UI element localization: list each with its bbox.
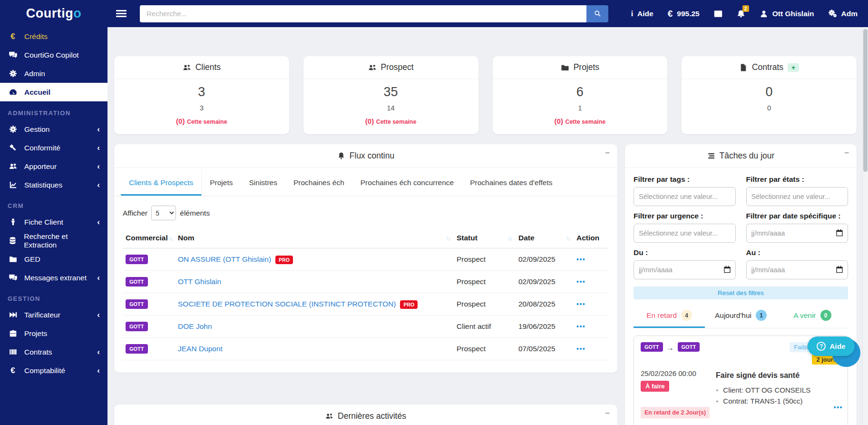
tab-projets[interactable]: Projets <box>202 170 241 196</box>
row-actions-button[interactable]: ••• <box>576 256 585 263</box>
task-datetime: 25/02/2026 00:00 <box>641 369 716 377</box>
tab-en-retard[interactable]: En retard 4 <box>634 303 705 328</box>
column-header-commercial[interactable]: Commercial↑↓ <box>126 234 178 242</box>
global-search <box>140 5 608 22</box>
search-input[interactable] <box>140 5 586 22</box>
sort-icon[interactable]: ↑↓ <box>168 235 172 242</box>
credits-value: 995.25 <box>677 10 699 18</box>
calendar-icon[interactable] <box>723 266 731 273</box>
filter-etats: Filtrer par états : <box>746 175 848 206</box>
stat-card-prospect: Prospect 35 14 (0) Cette semaine <box>303 56 478 134</box>
sort-icon[interactable]: ↑↓ <box>446 235 450 242</box>
filter-label: Filtrer par urgence : <box>634 212 736 220</box>
date-au-input[interactable] <box>746 260 848 279</box>
stat-value: 3 <box>114 85 289 99</box>
task-details: Faire signé devis santé ◦Client: OTT OG … <box>716 369 841 418</box>
dernieres-activites-panel: Dernières activités – <box>114 405 617 425</box>
app-logo[interactable]: Courtigo <box>0 0 107 27</box>
tab-aujourdhui[interactable]: Aujourd'hui 1 <box>705 303 776 328</box>
row-actions-button[interactable]: ••• <box>576 278 585 286</box>
page-size-select[interactable]: 5 <box>151 206 176 220</box>
client-name-link[interactable]: DOE John <box>178 322 212 330</box>
sidebar-item-gestion[interactable]: Gestion ‹ <box>0 120 107 138</box>
flux-table: Commercial↑↓ Nom↑↓ Statut↑↓ Date↑↓ Actio… <box>123 228 609 373</box>
client-name-link[interactable]: JEAN Dupont <box>178 345 223 353</box>
help-floating-button[interactable]: ? Aide <box>808 336 855 356</box>
sidebar-item-admin[interactable]: Admin <box>0 64 107 83</box>
etats-filter-select[interactable] <box>746 187 848 206</box>
sidebar-item-accueil[interactable]: Accueil <box>0 83 107 101</box>
sidebar-item-conformite[interactable]: Conformité ‹ <box>0 138 107 157</box>
notifications-button[interactable]: 2 <box>737 10 745 18</box>
stat-week-line: (0) Cette semaine <box>303 117 478 126</box>
stat-card-clients: Clients 3 3 (0) Cette semaine <box>114 56 289 134</box>
tags-filter-select[interactable] <box>634 187 736 206</box>
sidebar-item-projets[interactable]: Projets <box>0 324 107 343</box>
tab-prochaines-dates-effets[interactable]: Prochaines dates d'effets <box>462 170 560 196</box>
reset-filters-button[interactable]: Reset des filtres <box>634 287 848 299</box>
dashboard-icon <box>8 88 18 96</box>
scrollbar-thumb[interactable] <box>863 29 868 172</box>
add-contract-button[interactable]: + <box>788 63 799 72</box>
sidebar-item-label: Apporteur <box>24 162 57 171</box>
sidebar-item-recherche-extraction[interactable]: Recherche et Extraction <box>0 231 107 250</box>
briefcase-icon <box>8 329 18 337</box>
statut-cell: Client actif <box>457 322 518 331</box>
sidebar-item-label: Comptabilité <box>24 366 65 375</box>
sidebar-item-comptabilite[interactable]: € Comptabilité ‹ <box>0 361 107 380</box>
calendar-icon[interactable] <box>836 229 843 237</box>
sidebar-item-apporteur[interactable]: Apporteur ‹ <box>0 157 107 176</box>
sidebar-item-messages-extranet[interactable]: Messages extranet ‹ <box>0 268 107 287</box>
row-actions-button[interactable]: ••• <box>576 300 585 308</box>
tab-prochaines-ech-concurrence[interactable]: Prochaines éch concurrence <box>352 170 462 196</box>
flux-continu-panel: Flux continu – Clients & Prospects Proje… <box>114 144 617 373</box>
sidebar-item-ged[interactable]: GED <box>0 250 107 268</box>
search-button[interactable] <box>586 5 608 22</box>
fast-forward-icon <box>8 311 18 319</box>
row-actions-button[interactable]: ••• <box>576 323 585 330</box>
tab-sinistres[interactable]: Sinistres <box>241 170 285 196</box>
column-header-statut[interactable]: Statut↑↓ <box>457 234 518 242</box>
admin-label: Adm <box>841 10 858 18</box>
tab-a-venir[interactable]: A venir 0 <box>777 303 848 328</box>
row-actions-button[interactable]: ••• <box>576 345 585 353</box>
tab-clients-prospects[interactable]: Clients & Prospects <box>121 170 202 196</box>
calendar-icon[interactable] <box>836 266 843 273</box>
client-name-link[interactable]: ON ASSURE (OTT Ghislain) <box>178 255 271 263</box>
euro-icon: € <box>8 32 18 41</box>
column-header-nom[interactable]: Nom↑↓ <box>178 234 457 242</box>
vertical-scrollbar[interactable] <box>862 27 868 425</box>
arrow-right-icon: → <box>667 344 674 352</box>
client-name-link[interactable]: SOCIETE DE PROTECTION SOCIALE (INSTINCT … <box>178 300 396 308</box>
tab-prochaines-ech[interactable]: Prochaines éch <box>285 170 352 196</box>
help-nav-link[interactable]: i Aide <box>631 10 653 18</box>
user-menu[interactable]: Ott Ghislain <box>760 10 814 18</box>
chevron-left-icon: ‹ <box>97 348 100 356</box>
sidebar-item-tarificateur[interactable]: Tarificateur ‹ <box>0 306 107 324</box>
sidebar-item-statistiques[interactable]: Statistiques ‹ <box>0 176 107 194</box>
tasks-panel-header: Tâches du jour – <box>625 144 857 168</box>
hamburger-menu-icon[interactable] <box>116 9 127 19</box>
date-specifique-input[interactable] <box>746 224 848 243</box>
date-du-input[interactable] <box>634 260 736 279</box>
task-actions-button[interactable]: ••• <box>834 404 843 411</box>
sidebar-item-contrats[interactable]: Contrats ‹ <box>0 343 107 361</box>
client-name-link[interactable]: OTT Ghislain <box>178 277 221 286</box>
collapse-icon[interactable]: – <box>845 148 849 158</box>
messages-button[interactable] <box>714 10 722 18</box>
admin-menu[interactable]: Adm <box>829 10 858 18</box>
sort-icon[interactable]: ↑↓ <box>566 235 570 242</box>
urgence-filter-select[interactable] <box>634 224 736 243</box>
column-header-date[interactable]: Date↑↓ <box>518 234 576 242</box>
sidebar-item-copilot[interactable]: CourtiGo Copilot <box>0 46 107 64</box>
sidebar-item-credits[interactable]: € Crédits <box>0 27 107 46</box>
stats-row: Clients 3 3 (0) Cette semaine Prospect 3… <box>114 56 857 134</box>
credits-balance[interactable]: € 995.25 <box>668 9 700 19</box>
a-venir-count-badge: 0 <box>820 310 831 321</box>
sidebar-item-fiche-client[interactable]: Fiche Client ‹ <box>0 213 107 231</box>
stat-week-line: (0) Cette semaine <box>114 117 289 126</box>
stat-value: 0 <box>682 85 857 99</box>
sort-icon[interactable]: ↑↓ <box>507 235 512 242</box>
collapse-icon[interactable]: – <box>605 148 610 158</box>
collapse-icon[interactable]: – <box>605 408 610 418</box>
